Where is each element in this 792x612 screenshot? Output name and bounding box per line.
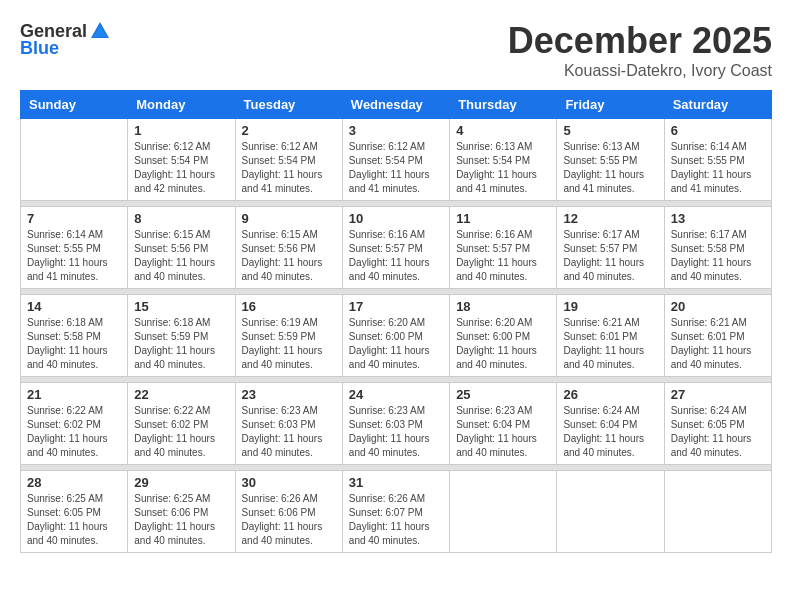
calendar-cell: 29Sunrise: 6:25 AMSunset: 6:06 PMDayligh…	[128, 471, 235, 553]
day-info: Sunrise: 6:25 AMSunset: 6:05 PMDaylight:…	[27, 492, 121, 548]
day-number: 23	[242, 387, 336, 402]
calendar-cell: 24Sunrise: 6:23 AMSunset: 6:03 PMDayligh…	[342, 383, 449, 465]
day-number: 2	[242, 123, 336, 138]
weekday-header-saturday: Saturday	[664, 91, 771, 119]
day-number: 27	[671, 387, 765, 402]
calendar-cell: 7Sunrise: 6:14 AMSunset: 5:55 PMDaylight…	[21, 207, 128, 289]
day-number: 17	[349, 299, 443, 314]
calendar-cell: 31Sunrise: 6:26 AMSunset: 6:07 PMDayligh…	[342, 471, 449, 553]
day-number: 14	[27, 299, 121, 314]
calendar-cell: 4Sunrise: 6:13 AMSunset: 5:54 PMDaylight…	[450, 119, 557, 201]
location-subtitle: Kouassi-Datekro, Ivory Coast	[508, 62, 772, 80]
day-info: Sunrise: 6:26 AMSunset: 6:06 PMDaylight:…	[242, 492, 336, 548]
day-info: Sunrise: 6:20 AMSunset: 6:00 PMDaylight:…	[456, 316, 550, 372]
week-row-4: 21Sunrise: 6:22 AMSunset: 6:02 PMDayligh…	[21, 383, 772, 465]
day-info: Sunrise: 6:13 AMSunset: 5:55 PMDaylight:…	[563, 140, 657, 196]
day-info: Sunrise: 6:24 AMSunset: 6:04 PMDaylight:…	[563, 404, 657, 460]
day-number: 4	[456, 123, 550, 138]
calendar-cell: 5Sunrise: 6:13 AMSunset: 5:55 PMDaylight…	[557, 119, 664, 201]
calendar-cell: 19Sunrise: 6:21 AMSunset: 6:01 PMDayligh…	[557, 295, 664, 377]
day-info: Sunrise: 6:12 AMSunset: 5:54 PMDaylight:…	[242, 140, 336, 196]
day-number: 20	[671, 299, 765, 314]
calendar-cell: 21Sunrise: 6:22 AMSunset: 6:02 PMDayligh…	[21, 383, 128, 465]
calendar-cell: 30Sunrise: 6:26 AMSunset: 6:06 PMDayligh…	[235, 471, 342, 553]
day-info: Sunrise: 6:16 AMSunset: 5:57 PMDaylight:…	[349, 228, 443, 284]
calendar-cell: 2Sunrise: 6:12 AMSunset: 5:54 PMDaylight…	[235, 119, 342, 201]
day-info: Sunrise: 6:16 AMSunset: 5:57 PMDaylight:…	[456, 228, 550, 284]
calendar-cell: 1Sunrise: 6:12 AMSunset: 5:54 PMDaylight…	[128, 119, 235, 201]
day-number: 30	[242, 475, 336, 490]
day-number: 19	[563, 299, 657, 314]
week-row-5: 28Sunrise: 6:25 AMSunset: 6:05 PMDayligh…	[21, 471, 772, 553]
calendar-cell: 8Sunrise: 6:15 AMSunset: 5:56 PMDaylight…	[128, 207, 235, 289]
calendar-cell: 10Sunrise: 6:16 AMSunset: 5:57 PMDayligh…	[342, 207, 449, 289]
weekday-header-tuesday: Tuesday	[235, 91, 342, 119]
day-info: Sunrise: 6:12 AMSunset: 5:54 PMDaylight:…	[134, 140, 228, 196]
weekday-header-thursday: Thursday	[450, 91, 557, 119]
week-row-3: 14Sunrise: 6:18 AMSunset: 5:58 PMDayligh…	[21, 295, 772, 377]
day-info: Sunrise: 6:23 AMSunset: 6:03 PMDaylight:…	[349, 404, 443, 460]
calendar-cell: 6Sunrise: 6:14 AMSunset: 5:55 PMDaylight…	[664, 119, 771, 201]
day-number: 7	[27, 211, 121, 226]
day-info: Sunrise: 6:19 AMSunset: 5:59 PMDaylight:…	[242, 316, 336, 372]
calendar-cell: 26Sunrise: 6:24 AMSunset: 6:04 PMDayligh…	[557, 383, 664, 465]
calendar-cell: 28Sunrise: 6:25 AMSunset: 6:05 PMDayligh…	[21, 471, 128, 553]
weekday-header-monday: Monday	[128, 91, 235, 119]
day-number: 9	[242, 211, 336, 226]
weekday-header-friday: Friday	[557, 91, 664, 119]
week-row-2: 7Sunrise: 6:14 AMSunset: 5:55 PMDaylight…	[21, 207, 772, 289]
calendar-cell: 3Sunrise: 6:12 AMSunset: 5:54 PMDaylight…	[342, 119, 449, 201]
day-number: 24	[349, 387, 443, 402]
weekday-header-row: SundayMondayTuesdayWednesdayThursdayFrid…	[21, 91, 772, 119]
day-info: Sunrise: 6:18 AMSunset: 5:59 PMDaylight:…	[134, 316, 228, 372]
weekday-header-sunday: Sunday	[21, 91, 128, 119]
day-info: Sunrise: 6:22 AMSunset: 6:02 PMDaylight:…	[134, 404, 228, 460]
calendar-cell: 11Sunrise: 6:16 AMSunset: 5:57 PMDayligh…	[450, 207, 557, 289]
day-number: 29	[134, 475, 228, 490]
day-info: Sunrise: 6:15 AMSunset: 5:56 PMDaylight:…	[134, 228, 228, 284]
day-number: 16	[242, 299, 336, 314]
day-info: Sunrise: 6:18 AMSunset: 5:58 PMDaylight:…	[27, 316, 121, 372]
logo: General Blue	[20, 20, 113, 59]
calendar-cell: 25Sunrise: 6:23 AMSunset: 6:04 PMDayligh…	[450, 383, 557, 465]
calendar-cell: 12Sunrise: 6:17 AMSunset: 5:57 PMDayligh…	[557, 207, 664, 289]
day-info: Sunrise: 6:15 AMSunset: 5:56 PMDaylight:…	[242, 228, 336, 284]
day-info: Sunrise: 6:24 AMSunset: 6:05 PMDaylight:…	[671, 404, 765, 460]
week-row-1: 1Sunrise: 6:12 AMSunset: 5:54 PMDaylight…	[21, 119, 772, 201]
calendar-cell: 17Sunrise: 6:20 AMSunset: 6:00 PMDayligh…	[342, 295, 449, 377]
calendar-cell: 9Sunrise: 6:15 AMSunset: 5:56 PMDaylight…	[235, 207, 342, 289]
day-number: 18	[456, 299, 550, 314]
calendar-cell	[21, 119, 128, 201]
calendar-cell: 13Sunrise: 6:17 AMSunset: 5:58 PMDayligh…	[664, 207, 771, 289]
day-number: 6	[671, 123, 765, 138]
day-info: Sunrise: 6:14 AMSunset: 5:55 PMDaylight:…	[671, 140, 765, 196]
day-number: 15	[134, 299, 228, 314]
calendar-cell: 16Sunrise: 6:19 AMSunset: 5:59 PMDayligh…	[235, 295, 342, 377]
calendar-cell: 22Sunrise: 6:22 AMSunset: 6:02 PMDayligh…	[128, 383, 235, 465]
day-number: 12	[563, 211, 657, 226]
calendar-cell: 14Sunrise: 6:18 AMSunset: 5:58 PMDayligh…	[21, 295, 128, 377]
month-year-title: December 2025	[508, 20, 772, 62]
day-number: 22	[134, 387, 228, 402]
day-number: 3	[349, 123, 443, 138]
calendar-cell	[557, 471, 664, 553]
day-info: Sunrise: 6:13 AMSunset: 5:54 PMDaylight:…	[456, 140, 550, 196]
day-info: Sunrise: 6:26 AMSunset: 6:07 PMDaylight:…	[349, 492, 443, 548]
calendar-cell	[664, 471, 771, 553]
day-number: 31	[349, 475, 443, 490]
day-info: Sunrise: 6:23 AMSunset: 6:04 PMDaylight:…	[456, 404, 550, 460]
day-info: Sunrise: 6:22 AMSunset: 6:02 PMDaylight:…	[27, 404, 121, 460]
day-info: Sunrise: 6:25 AMSunset: 6:06 PMDaylight:…	[134, 492, 228, 548]
day-number: 10	[349, 211, 443, 226]
logo-icon	[89, 20, 111, 42]
calendar-cell	[450, 471, 557, 553]
calendar-cell: 18Sunrise: 6:20 AMSunset: 6:00 PMDayligh…	[450, 295, 557, 377]
day-number: 1	[134, 123, 228, 138]
day-info: Sunrise: 6:17 AMSunset: 5:57 PMDaylight:…	[563, 228, 657, 284]
day-number: 25	[456, 387, 550, 402]
day-number: 11	[456, 211, 550, 226]
day-info: Sunrise: 6:21 AMSunset: 6:01 PMDaylight:…	[563, 316, 657, 372]
header: General Blue December 2025 Kouassi-Datek…	[20, 20, 772, 80]
day-number: 8	[134, 211, 228, 226]
day-info: Sunrise: 6:20 AMSunset: 6:00 PMDaylight:…	[349, 316, 443, 372]
